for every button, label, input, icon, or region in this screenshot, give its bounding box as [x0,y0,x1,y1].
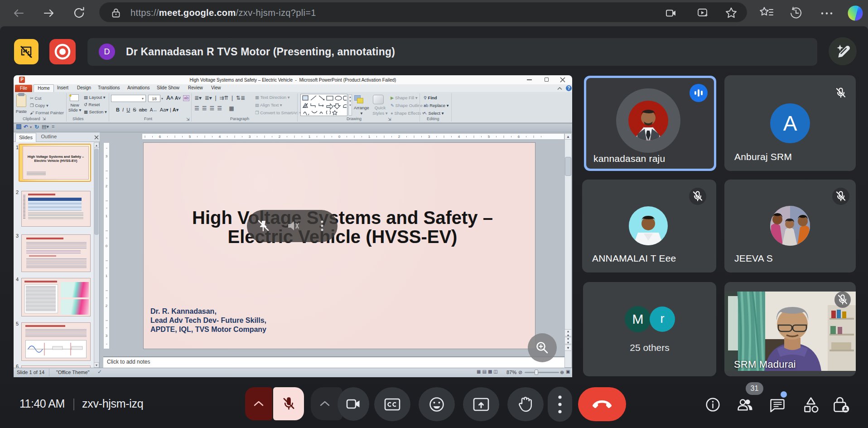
svg-text:3: 3 [249,135,251,139]
svg-text:5: 5 [189,135,191,139]
svg-text:2: 2 [106,304,108,308]
svg-text:2: 2 [279,135,281,139]
svg-text:2: 2 [398,135,400,139]
svg-text:4: 4 [219,135,221,139]
svg-text:5: 5 [488,135,490,139]
svg-text:6: 6 [518,135,520,139]
svg-text:6: 6 [159,135,161,139]
svg-text:4: 4 [458,135,460,139]
svg-text:3: 3 [428,135,430,139]
svg-text:3: 3 [106,334,108,338]
svg-text:1: 1 [368,135,371,139]
svg-text:0: 0 [338,135,341,139]
svg-text:0: 0 [106,244,108,248]
svg-text:1: 1 [106,214,108,218]
svg-text:1: 1 [106,274,108,278]
svg-text:2: 2 [106,184,108,188]
svg-text:3: 3 [106,154,108,158]
svg-text:1: 1 [309,135,311,139]
